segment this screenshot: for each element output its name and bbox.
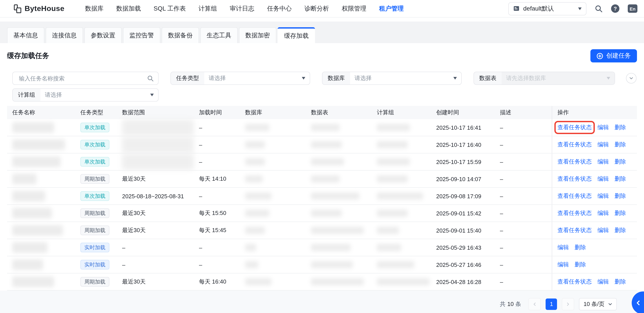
action-link-删除[interactable]: 删除 <box>614 175 626 183</box>
redacted-text <box>245 141 265 148</box>
action-link-查看任务状态[interactable]: 查看任务状态 <box>558 124 592 131</box>
action-link-编辑[interactable]: 编辑 <box>598 209 609 217</box>
prev-page-button[interactable] <box>529 298 541 310</box>
action-link-编辑[interactable]: 编辑 <box>598 278 609 286</box>
app-window: ByteHouse 数据库数据加载SQL 工作表计算组审计日志任务中心诊断分析权… <box>0 0 644 313</box>
action-link-编辑[interactable]: 编辑 <box>598 124 609 131</box>
action-link-编辑[interactable]: 编辑 <box>558 243 569 251</box>
action-link-查看任务状态[interactable]: 查看任务状态 <box>558 175 592 183</box>
nav-item-计算组[interactable]: 计算组 <box>198 5 217 13</box>
action-link-编辑[interactable]: 编辑 <box>558 261 569 269</box>
cell-load-time: 每天 15:45 <box>194 222 240 239</box>
cell-created-at: 2025-09-10 14:07 <box>431 171 495 187</box>
action-link-查看任务状态[interactable]: 查看任务状态 <box>558 226 592 234</box>
nav-item-SQL 工作表[interactable]: SQL 工作表 <box>154 5 186 13</box>
action-link-编辑[interactable]: 编辑 <box>598 158 609 166</box>
help-icon[interactable]: ? <box>611 5 620 13</box>
tab-连接信息[interactable]: 连接信息 <box>46 27 83 43</box>
nav-item-诊断分析[interactable]: 诊断分析 <box>304 5 329 13</box>
tab-监控告警[interactable]: 监控告警 <box>123 27 160 43</box>
action-link-删除[interactable]: 删除 <box>614 141 626 149</box>
cell-data-table <box>306 256 372 273</box>
cell-task-name <box>7 205 75 222</box>
action-link-删除[interactable]: 删除 <box>614 124 626 131</box>
nav-item-审计日志[interactable]: 审计日志 <box>230 5 254 13</box>
action-link-删除[interactable]: 删除 <box>614 226 626 234</box>
tab-基本信息[interactable]: 基本信息 <box>7 27 44 43</box>
nav-item-数据库[interactable]: 数据库 <box>85 5 104 13</box>
create-task-button[interactable]: 创建任务 <box>590 49 637 62</box>
chevron-down-icon <box>607 77 610 80</box>
page-number-1[interactable]: 1 <box>546 298 557 310</box>
table-row: 单次加载–2025-10-17 15:59–查看任务状态编辑删除 <box>7 153 637 171</box>
cell-data-range <box>117 136 194 153</box>
cell-task-name <box>7 136 75 153</box>
task-type-label: 任务类型 <box>171 72 204 84</box>
action-link-删除[interactable]: 删除 <box>614 209 626 217</box>
bytehouse-logo[interactable]: ByteHouse <box>12 4 64 14</box>
cell-created-at: 2025-04-28 16:28 <box>431 273 495 290</box>
tab-生态工具[interactable]: 生态工具 <box>200 27 238 43</box>
redacted-text <box>311 124 340 131</box>
cell-data-range <box>117 119 194 136</box>
total-count: 共10条 <box>500 300 521 308</box>
action-link-查看任务状态[interactable]: 查看任务状态 <box>558 192 592 200</box>
redacted-text <box>377 141 408 148</box>
action-link-编辑[interactable]: 编辑 <box>598 175 609 183</box>
cell-data-table <box>306 119 372 136</box>
compute-group-select[interactable]: 计算组 请选择 <box>12 88 158 102</box>
cell-load-time: 每天 14:10 <box>194 171 240 187</box>
database-select[interactable]: 数据库 请选择 <box>322 72 462 85</box>
brand-name: ByteHouse <box>24 4 64 13</box>
page-size-select[interactable]: 10 条/页 <box>579 298 617 310</box>
redacted-text <box>12 191 45 201</box>
cell-data-range: 最近30天 <box>117 205 194 222</box>
nav-item-任务中心[interactable]: 任务中心 <box>267 5 292 13</box>
search-icon[interactable] <box>595 5 603 13</box>
redacted-text <box>245 244 256 251</box>
action-link-编辑[interactable]: 编辑 <box>598 226 609 234</box>
chevron-down-icon <box>629 76 634 81</box>
task-type-select[interactable]: 任务类型 请选择 <box>170 72 310 85</box>
search-input[interactable] <box>18 75 147 82</box>
filters-collapse-button[interactable] <box>626 73 636 84</box>
cell-description: – <box>495 136 552 153</box>
action-link-编辑[interactable]: 编辑 <box>598 141 609 149</box>
column-header-操作: 操作 <box>552 106 637 119</box>
action-link-删除[interactable]: 删除 <box>614 158 626 166</box>
cell-task-type: 单次加载 <box>75 136 117 153</box>
cell-data-range: – <box>117 256 194 273</box>
bytehouse-logo-icon <box>12 4 22 14</box>
tab-数据备份[interactable]: 数据备份 <box>162 27 199 43</box>
table-row: 单次加载–2025-10-17 16:41–查看任务状态编辑删除 <box>7 119 637 136</box>
action-link-删除[interactable]: 删除 <box>614 278 626 286</box>
nav-item-权限管理[interactable]: 权限管理 <box>342 5 366 13</box>
tab-数据加密[interactable]: 数据加密 <box>239 27 276 43</box>
cell-database <box>240 119 306 136</box>
action-link-查看任务状态[interactable]: 查看任务状态 <box>558 141 592 149</box>
cell-operations: 编辑删除 <box>552 239 637 256</box>
nav-item-数据加载[interactable]: 数据加载 <box>116 5 141 13</box>
redacted-text <box>12 276 54 287</box>
redacted-text <box>12 242 48 253</box>
cell-data-table <box>306 239 372 256</box>
action-link-查看任务状态[interactable]: 查看任务状态 <box>558 278 592 286</box>
data-table-select[interactable]: 数据表 请先选择数据库 <box>474 72 615 85</box>
action-link-删除[interactable]: 删除 <box>614 192 626 200</box>
action-link-删除[interactable]: 删除 <box>574 243 586 251</box>
workspace-select[interactable]: default默认 <box>508 2 586 15</box>
nav-item-租户管理[interactable]: 租户管理 <box>379 5 404 13</box>
action-link-编辑[interactable]: 编辑 <box>598 192 609 200</box>
redacted-text <box>245 278 272 285</box>
language-toggle[interactable]: En <box>628 5 638 13</box>
tab-缓存加载[interactable]: 缓存加载 <box>278 27 315 43</box>
search-icon[interactable] <box>147 75 154 82</box>
cell-task-type: 单次加载 <box>75 119 117 136</box>
nav-menu: 数据库数据加载SQL 工作表计算组审计日志任务中心诊断分析权限管理租户管理 <box>85 5 404 13</box>
cell-operations: 查看任务状态编辑删除 <box>552 171 637 187</box>
next-page-button[interactable] <box>562 298 574 310</box>
action-link-查看任务状态[interactable]: 查看任务状态 <box>558 158 592 166</box>
action-link-查看任务状态[interactable]: 查看任务状态 <box>558 209 592 217</box>
action-link-删除[interactable]: 删除 <box>574 261 586 269</box>
tab-参数设置[interactable]: 参数设置 <box>84 27 122 43</box>
